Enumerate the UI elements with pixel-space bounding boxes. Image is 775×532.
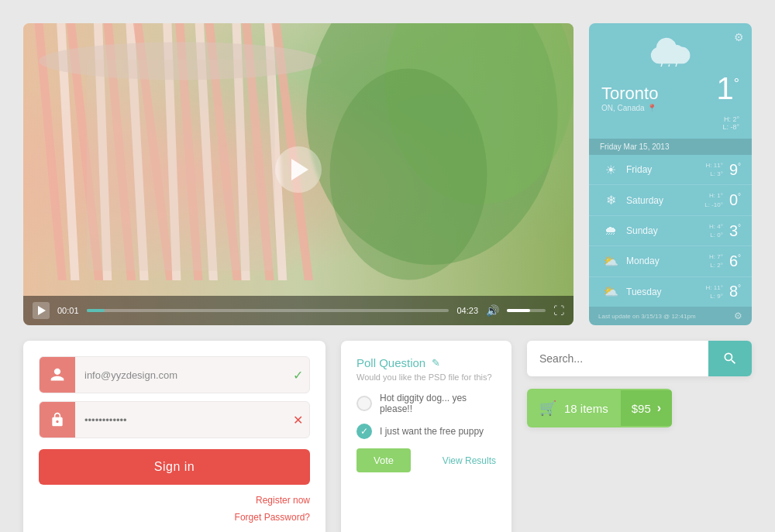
weather-hi-lo: H: 2° L: -8° [722,115,739,131]
cart-items-count: 18 items [564,402,608,415]
poll-option-1[interactable]: Hot diggity dog... yes please!! [356,393,496,414]
weather-day-hilo-4: H: 11°L: 9° [706,283,723,300]
weather-day-temp-4: 8° [729,283,741,300]
weather-day-temp-3: 6° [729,252,741,270]
cart-left: 🛒 18 items [527,389,621,427]
volume-bar[interactable] [507,309,546,312]
weather-day-icon-1: ❄ [600,193,622,208]
weather-date-bar: Friday Mar 15, 2013 [589,139,752,155]
search-cart-panel: 🛒 18 items $95 › [527,341,752,532]
total-time: 04:23 [456,306,478,315]
login-form: ✓ ✕ Sign in Register now Forget Password… [23,341,326,532]
user-icon [50,367,65,383]
weather-day-name-3: Monday [626,256,709,266]
view-results-link[interactable]: View Results [443,455,496,466]
weather-temp-main-block: 1° [717,73,739,104]
search-button[interactable] [708,341,752,376]
poll-header: Poll Question ✎ [356,356,496,369]
weather-day-name-2: Sunday [626,225,709,236]
signin-button[interactable]: Sign in [39,449,310,485]
cart-arrow-icon: › [657,401,661,415]
video-player: 00:01 04:23 🔊 ⛶ [23,23,574,325]
weather-header: ⚙ Toronto 1° ON [589,23,752,139]
poll-edit-icon[interactable]: ✎ [432,357,440,369]
weather-day-row: ❄ Saturday H: 1°L: -10° 0° [589,185,752,215]
password-input-group: ✕ [39,401,310,438]
form-links: Register now Forget Password? [39,493,310,526]
weather-day-icon-0: ☀ [600,163,622,177]
weather-day-name-4: Tuesday [626,287,706,297]
weather-cloud-icon [601,36,739,70]
weather-day-hilo-2: H: 4°L: 0° [709,222,723,239]
weather-settings-icon[interactable]: ⚙ [734,31,744,43]
weather-day-icon-4: ⛅ [600,284,622,299]
svg-point-19 [330,69,487,280]
lock-icon [50,412,65,427]
weather-day-temp-2: 3° [729,222,741,240]
weather-day-row: 🌧 Sunday H: 4°L: 0° 3° [589,216,752,246]
poll-title: Poll Question [356,356,425,369]
password-error-icon: ✕ [286,413,309,427]
fullscreen-button[interactable]: ⛶ [553,304,564,317]
weather-footer: Last update on 3/15/13 @ 12:41pm ⚙ [589,307,752,325]
cart-price-block: $95 › [621,390,672,426]
weather-day-icon-3: ⛅ [600,254,622,269]
volume-icon[interactable]: 🔊 [486,304,499,317]
search-bar [527,341,752,376]
svg-line-20 [661,63,662,67]
svg-rect-16 [86,60,274,271]
ctrl-play-icon [38,306,46,315]
weather-widget: ⚙ Toronto 1° ON [589,23,752,325]
radio-unchecked-icon[interactable] [356,396,372,411]
weather-day-temp-1: 0° [729,191,741,209]
cart-button[interactable]: 🛒 18 items $95 › [527,389,672,427]
weather-day-row: ⛅ Tuesday H: 11°L: 9° 8° [589,277,752,307]
weather-day-row: ⛅ Monday H: 7°L: 2° 6° [589,246,752,276]
password-field[interactable] [75,402,286,438]
poll-actions: Vote View Results [356,448,496,472]
svg-line-22 [676,63,677,67]
poll-option-1-text: Hot diggity dog... yes please!! [380,393,496,414]
poll-option-2[interactable]: I just want the free puppy [356,424,496,439]
svg-line-21 [668,65,669,67]
current-time: 00:01 [57,306,79,315]
weather-day-row: ☀ Friday H: 11°L: 3° 9° [589,155,752,185]
weather-temp-main: 1° [717,71,739,105]
email-input-group: ✓ [39,356,310,393]
cart-price-text: $95 [632,402,651,415]
weather-last-update: Last update on 3/15/13 @ 12:41pm [598,313,696,320]
weather-city-row: Toronto 1° [601,73,739,104]
search-input[interactable] [527,341,708,376]
play-button[interactable] [275,146,322,193]
weather-day-hilo-3: H: 7°L: 2° [709,252,723,269]
progress-bar[interactable] [87,309,450,312]
weather-day-name-0: Friday [626,164,706,175]
email-field[interactable] [75,357,286,393]
weather-day-temp-0: 9° [729,161,741,179]
volume-fill [507,309,530,312]
play-icon [291,159,308,180]
poll-widget: Poll Question ✎ Would you like the PSD f… [341,341,512,532]
weather-day-icon-2: 🌧 [600,224,622,238]
bottom-row: ✓ ✕ Sign in Register now Forget Password… [23,341,752,532]
email-valid-icon: ✓ [286,368,309,383]
control-play-button[interactable] [33,302,50,319]
forgot-password-link[interactable]: Forget Password? [39,510,310,527]
weather-footer-settings-icon[interactable]: ⚙ [734,311,742,321]
lock-icon-bg [40,402,75,438]
user-icon-bg [40,357,75,393]
radio-checked-icon[interactable] [356,424,372,439]
search-icon [722,351,738,366]
weather-day-hilo-0: H: 11°L: 3° [706,161,723,178]
poll-subtitle: Would you like the PSD file for this? [356,372,496,382]
weather-day-name-1: Saturday [626,195,704,206]
vote-button[interactable]: Vote [356,448,411,472]
top-row: 00:01 04:23 🔊 ⛶ ⚙ [23,23,752,325]
video-controls: 00:01 04:23 🔊 ⛶ [23,296,574,325]
register-link[interactable]: Register now [39,493,310,510]
weather-days: ☀ Friday H: 11°L: 3° 9° ❄ Saturday H: 1°… [589,155,752,307]
poll-option-2-text: I just want the free puppy [380,426,484,437]
progress-fill [87,309,105,312]
cart-icon: 🛒 [539,400,556,417]
weather-city: Toronto [601,84,658,104]
